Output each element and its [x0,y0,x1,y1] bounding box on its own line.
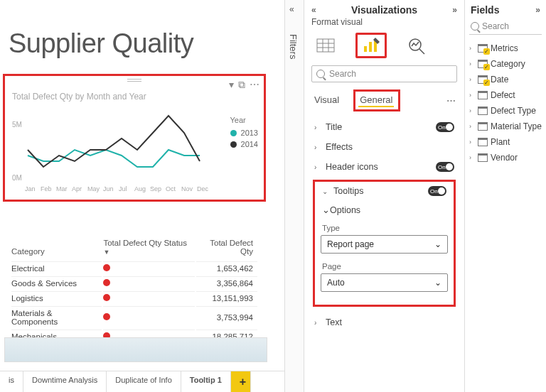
filters-pane-collapsed[interactable]: « Filters [284,0,304,392]
field-table-item[interactable]: ›Plant [465,134,546,150]
svg-line-21 [419,49,424,54]
legend-item[interactable]: 2014 [230,140,258,148]
svg-text:Jul: Jul [119,185,127,192]
toggle-on[interactable]: On [428,186,446,196]
svg-rect-12 [317,39,334,52]
table-icon [478,122,488,131]
more-options-icon[interactable]: ⋯ [446,95,456,106]
field-table-item[interactable]: ›Date [465,72,546,87]
more-icon[interactable]: ⋯ [250,79,259,91]
col-header[interactable]: Category [11,236,102,260]
chevron-right-icon: › [469,154,475,161]
tab-general[interactable]: General [353,89,400,111]
chevron-right-icon: › [469,60,475,67]
format-cards: ›Title On ›Effects ›Header icons On ⌄Too… [304,111,464,332]
line-chart-visual[interactable]: ▾ ⧉ ⋯ Total Defect Qty by Month and Year… [3,74,266,202]
field-table-item[interactable]: ›Vendor [465,150,546,165]
field-table-item[interactable]: ›Metrics [465,40,546,56]
filters-label: Filters [288,34,299,59]
chart-legend: Year 2013 2014 [230,116,258,151]
build-visual-button[interactable] [310,33,341,58]
page-label: Page [319,259,449,272]
chevron-right-icon: › [314,319,321,327]
focus-icon[interactable]: ⧉ [238,79,245,91]
chevron-down-icon: ⌄ [322,205,330,215]
chevron-right-icon: › [469,76,475,83]
table-row[interactable]: Materials & Components3,753,994 [11,306,257,328]
table-icon [478,107,488,115]
tab-visual[interactable]: Visual [313,92,341,109]
card-text[interactable]: ›Text [309,312,460,332]
chevron-right-icon: › [469,92,475,99]
swatch-icon [230,130,237,136]
category-table[interactable]: Category Total Defect Qty Status ▼ Total… [10,234,259,344]
svg-text:Apr: Apr [72,185,82,192]
expand-icon[interactable]: » [535,5,540,15]
collapse-icon[interactable]: « [311,5,316,15]
chevron-right-icon: › [314,124,321,131]
svg-rect-18 [369,42,372,52]
page-tab[interactable]: Tooltip 1 [181,371,231,392]
chevron-right-icon: › [469,45,475,52]
options-subgroup[interactable]: ⌄Options [319,200,449,221]
legend-label: 2014 [241,140,258,148]
swatch-icon [230,141,237,148]
page-tab[interactable]: is [0,371,23,392]
expand-filters-icon[interactable]: « [289,4,294,14]
svg-text:Mar: Mar [56,185,68,192]
pane-title: Fields [471,4,499,16]
search-placeholder: Search [482,21,509,31]
card-effects[interactable]: ›Effects [309,137,460,157]
chart-title: Total Defect Qty by Month and Year [12,92,146,102]
sort-desc-icon: ▼ [103,249,109,256]
table-icon [478,75,488,84]
svg-text:May: May [87,185,100,192]
legend-label: 2013 [241,129,258,137]
drag-grip-icon[interactable] [127,79,141,82]
search-placeholder: Search [329,69,356,79]
table-row[interactable]: Electrical1,653,462 [11,261,257,275]
select-value: Auto [327,278,345,288]
col-header[interactable]: Total Defect Qty [196,236,257,260]
chevron-right-icon: › [314,143,321,151]
svg-text:Nov: Nov [181,185,193,192]
table-icon [478,138,488,146]
card-header-icons[interactable]: ›Header icons On [309,157,460,177]
table-row[interactable]: Goods & Services3,356,864 [11,276,257,290]
type-label: Type [319,221,449,234]
svg-text:Oct: Oct [166,185,176,192]
col-header[interactable]: Total Defect Qty Status ▼ [103,236,195,260]
field-table-item[interactable]: ›Defect Type [465,103,546,119]
card-title[interactable]: ›Title On [309,117,460,137]
format-search-input[interactable]: Search [311,65,457,82]
x-axis: JanFebMar AprMayJun JulAugSep OctNovDec [25,185,209,192]
table-icon [478,91,488,99]
field-table-item[interactable]: ›Material Type [465,119,546,134]
table-row[interactable]: Logistics13,151,993 [11,291,257,305]
status-dot-icon [103,264,110,271]
add-page-button[interactable]: + [231,371,251,392]
page-select[interactable]: Auto ⌄ [321,273,448,292]
page-tab[interactable]: Duplicate of Info [107,371,181,392]
legend-item[interactable]: 2013 [230,129,258,137]
type-select[interactable]: Report page ⌄ [321,235,448,254]
map-visual[interactable] [4,337,267,362]
toggle-on[interactable]: On [436,122,454,132]
expand-icon[interactable]: » [452,5,457,15]
legend-title: Year [230,116,258,124]
page-tab[interactable]: Downtime Analysis [23,371,107,392]
filter-icon[interactable]: ▾ [229,79,234,91]
fields-search-input[interactable]: Search [469,20,542,35]
field-table-item[interactable]: ›Category [465,56,546,72]
toggle-on[interactable]: On [436,162,454,172]
format-mode-switch [304,31,464,62]
fields-list: ›Metrics ›Category ›Date ›Defect ›Defect… [465,40,546,165]
status-dot-icon [103,294,110,301]
field-table-item[interactable]: ›Defect [465,87,546,103]
card-tooltips-expanded: ⌄Tooltips On ⌄Options Type Report page ⌄… [313,180,456,307]
analytics-button[interactable] [401,33,432,58]
format-visual-button[interactable] [355,33,387,58]
chevron-down-icon: ⌄ [434,239,441,249]
chevron-down-icon: ⌄ [434,278,441,288]
card-tooltips-header[interactable]: ⌄Tooltips On [319,185,449,200]
